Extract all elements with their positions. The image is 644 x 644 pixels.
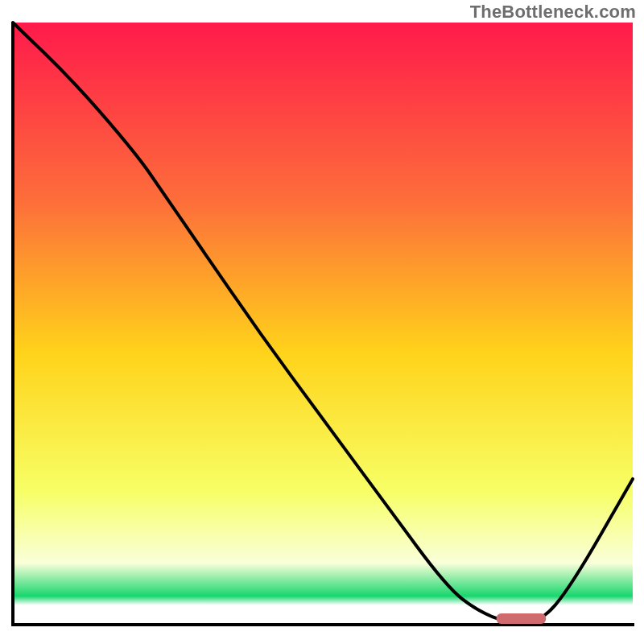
bottleneck-plot	[0, 0, 644, 644]
optimal-range-marker	[497, 613, 547, 624]
chart-canvas: TheBottleneck.com	[0, 0, 644, 644]
plot-background	[13, 23, 633, 623]
watermark-text: TheBottleneck.com	[470, 2, 636, 23]
